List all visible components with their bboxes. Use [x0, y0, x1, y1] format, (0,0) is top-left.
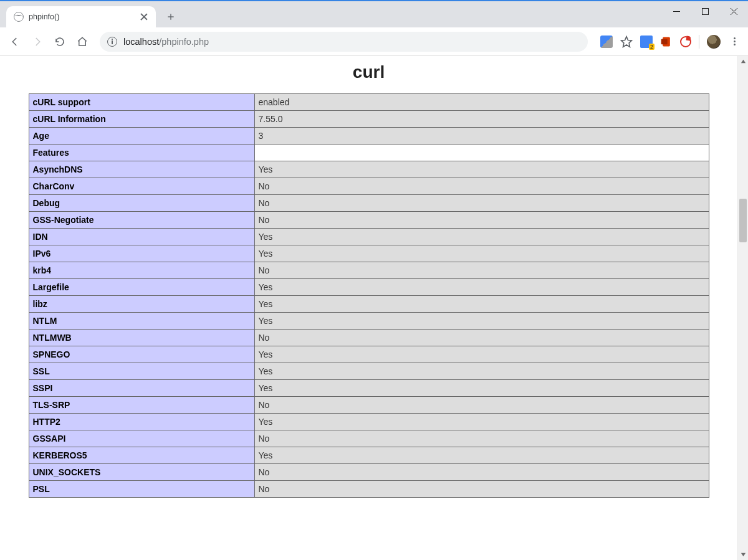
- url-host: localhost: [123, 37, 159, 47]
- table-row: CharConvNo: [29, 178, 709, 195]
- directive-name: Debug: [29, 195, 254, 212]
- directive-value: 3: [254, 128, 709, 145]
- directive-name: IDN: [29, 229, 254, 245]
- directive-value: Yes: [254, 161, 709, 178]
- directive-value: Yes: [254, 296, 709, 313]
- home-button[interactable]: [72, 32, 92, 52]
- chat-extension-icon[interactable]: 2: [640, 36, 653, 48]
- directive-value: No: [254, 397, 709, 414]
- svg-marker-9: [741, 60, 745, 63]
- directive-value: No: [254, 464, 709, 481]
- table-row: GSSAPINo: [29, 430, 709, 447]
- tab-title: phpinfo(): [29, 12, 136, 21]
- module-title: curl: [0, 62, 737, 82]
- table-row: GSS-NegotiateNo: [29, 212, 709, 229]
- table-row: IDNYes: [29, 229, 709, 245]
- directive-name: Features: [29, 145, 254, 161]
- svg-marker-10: [741, 553, 745, 556]
- table-row: krb4No: [29, 262, 709, 279]
- directive-name: Largefile: [29, 279, 254, 296]
- extension-area: 2: [595, 35, 743, 49]
- table-row: NTLMYes: [29, 313, 709, 330]
- table-row: NTLMWBNo: [29, 330, 709, 346]
- chat-badge: 2: [649, 44, 654, 50]
- table-row: SPNEGOYes: [29, 346, 709, 363]
- directive-name: cURL Information: [29, 111, 254, 128]
- viewport: curl cURL supportenabledcURL Information…: [0, 56, 748, 560]
- directive-value: Yes: [254, 346, 709, 363]
- table-row: SSLYes: [29, 363, 709, 380]
- directive-value: Yes: [254, 279, 709, 296]
- browser-menu-icon[interactable]: [728, 36, 741, 48]
- close-tab-icon[interactable]: [140, 12, 148, 21]
- directive-name: IPv6: [29, 245, 254, 262]
- directive-name: GSSAPI: [29, 430, 254, 447]
- directive-value: Yes: [254, 363, 709, 380]
- window-close-button[interactable]: [719, 1, 748, 21]
- directive-name: SSL: [29, 363, 254, 380]
- directive-value: No: [254, 195, 709, 212]
- page-content: curl cURL supportenabledcURL Information…: [0, 56, 737, 560]
- window-minimize-button[interactable]: [662, 1, 691, 21]
- translate-icon[interactable]: [600, 36, 613, 48]
- directive-value: Yes: [254, 447, 709, 464]
- url-path: /phpinfo.php: [159, 37, 209, 47]
- browser-tab[interactable]: phpinfo(): [6, 6, 156, 27]
- table-row: HTTP2Yes: [29, 414, 709, 430]
- table-row: cURL supportenabled: [29, 94, 709, 111]
- table-row: LargefileYes: [29, 279, 709, 296]
- svg-rect-3: [702, 8, 708, 14]
- table-row: IPv6Yes: [29, 245, 709, 262]
- address-bar[interactable]: localhost/phpinfo.php: [100, 32, 588, 52]
- table-row: libzYes: [29, 296, 709, 313]
- directive-name: PSL: [29, 481, 254, 498]
- directive-value: Yes: [254, 313, 709, 330]
- office-extension-icon[interactable]: [660, 36, 673, 48]
- directive-value: 7.55.0: [254, 111, 709, 128]
- table-row: cURL Information7.55.0: [29, 111, 709, 128]
- reload-button[interactable]: [50, 32, 70, 52]
- directive-name: HTTP2: [29, 414, 254, 430]
- directive-value: [254, 145, 709, 161]
- vertical-scrollbar[interactable]: [737, 56, 748, 560]
- table-row: Age3: [29, 128, 709, 145]
- directive-name: SSPI: [29, 380, 254, 397]
- window-controls: [662, 1, 748, 21]
- scroll-down-button[interactable]: [738, 549, 748, 560]
- window-maximize-button[interactable]: [691, 1, 719, 21]
- forward-button[interactable]: [27, 32, 47, 52]
- scroll-track[interactable]: [738, 67, 748, 549]
- directive-value: No: [254, 481, 709, 498]
- table-row: SSPIYes: [29, 380, 709, 397]
- directive-value: Yes: [254, 245, 709, 262]
- directive-name: UNIX_SOCKETS: [29, 464, 254, 481]
- antivirus-extension-icon[interactable]: [680, 36, 691, 47]
- bookmark-star-icon[interactable]: [620, 36, 633, 48]
- table-row: AsynchDNSYes: [29, 161, 709, 178]
- new-tab-button[interactable]: [162, 8, 180, 26]
- tab-strip: phpinfo(): [0, 1, 748, 27]
- table-row: KERBEROS5Yes: [29, 447, 709, 464]
- directive-value: No: [254, 430, 709, 447]
- svg-marker-6: [621, 36, 632, 47]
- directive-name: TLS-SRP: [29, 397, 254, 414]
- directive-value: No: [254, 178, 709, 195]
- profile-avatar-icon[interactable]: [707, 35, 721, 49]
- svg-rect-8: [661, 39, 668, 44]
- site-info-icon[interactable]: [107, 37, 117, 47]
- directive-name: SPNEGO: [29, 346, 254, 363]
- directive-name: GSS-Negotiate: [29, 212, 254, 229]
- table-row: UNIX_SOCKETSNo: [29, 464, 709, 481]
- directive-name: cURL support: [29, 94, 254, 111]
- directive-name: libz: [29, 296, 254, 313]
- directive-name: AsynchDNS: [29, 161, 254, 178]
- directive-name: krb4: [29, 262, 254, 279]
- directive-name: NTLMWB: [29, 330, 254, 346]
- scroll-thumb[interactable]: [739, 199, 747, 242]
- scroll-up-button[interactable]: [738, 56, 748, 67]
- directive-value: Yes: [254, 414, 709, 430]
- directive-value: Yes: [254, 229, 709, 245]
- back-button[interactable]: [5, 32, 25, 52]
- directive-value: No: [254, 330, 709, 346]
- toolbar-separator: [699, 35, 699, 49]
